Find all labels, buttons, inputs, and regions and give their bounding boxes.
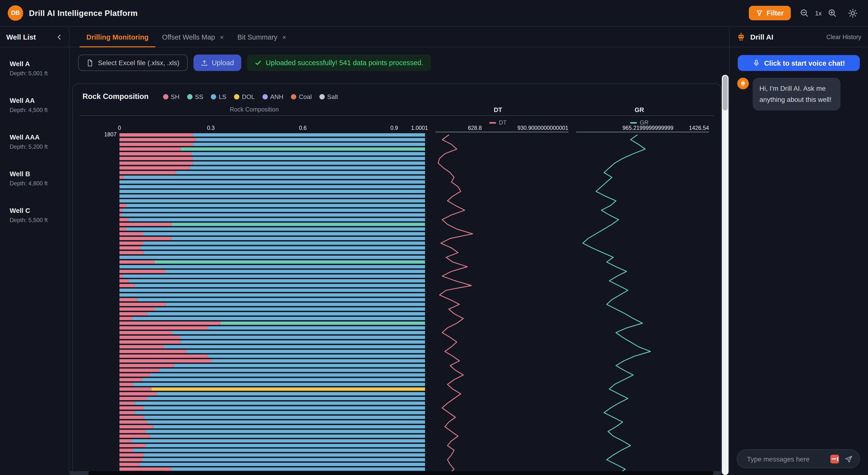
well-list-item[interactable]: Well AADepth: 4,500 ft (0, 91, 69, 120)
legend-item-salt[interactable]: Salt (319, 93, 338, 100)
rock-bar-segment-sh (119, 213, 121, 217)
tab-drilling-monitoring[interactable]: Drilling Monitoring (80, 27, 155, 47)
tab-close-icon[interactable]: × (282, 33, 286, 41)
rock-axis-tick: 0.9 (390, 125, 398, 131)
legend-item-coal[interactable]: Coal (291, 93, 312, 100)
dt-curve (438, 135, 473, 474)
upload-status-text: Uploaded successfully! 541 data points p… (266, 59, 423, 67)
vertical-scrollbar[interactable] (722, 75, 728, 475)
tab-label: Offset Wells Map (162, 33, 215, 41)
rock-bar-segment-sh (119, 209, 122, 212)
sun-icon (847, 8, 858, 18)
rock-bar-segment-ls (172, 237, 425, 240)
well-list-item[interactable]: Well CDepth: 5,500 ft (0, 201, 69, 230)
rock-bar-segment-ls (119, 185, 425, 188)
rock-bar-segment-ss (181, 147, 425, 151)
rock-bar-segment-sh (119, 444, 146, 447)
vertical-scrollbar-thumb[interactable] (723, 76, 727, 111)
dt-series-key[interactable]: DT (489, 119, 507, 126)
rock-axis-tick: 0 (118, 125, 121, 131)
well-list-item[interactable]: Well BDepth: 4,800 ft (0, 164, 69, 193)
rock-bar-segment-ls (133, 383, 425, 386)
well-log-plot: 00.30.60.91.0001628.8930.900000000000196… (73, 125, 721, 475)
rock-bar-segment-sh (119, 232, 143, 236)
legend-item-dol[interactable]: DOL (234, 93, 254, 100)
rock-bar-segment-sh (119, 355, 208, 358)
rock-bar-segment-ls (143, 232, 425, 236)
send-icon[interactable] (844, 454, 853, 463)
rock-bar-segment-ls (144, 251, 425, 255)
upload-button[interactable]: Upload (193, 55, 241, 71)
rock-bar-segment-sh (119, 143, 193, 146)
gr-series-key[interactable]: GR (630, 119, 648, 126)
depth-label: 1807 (104, 131, 117, 138)
rock-bar-segment-ls (150, 374, 425, 377)
tab-bit-summary[interactable]: Bit Summary× (230, 27, 293, 47)
filter-button-label: Filter (767, 9, 784, 17)
voice-chat-label: Click to start voice chat! (764, 59, 845, 67)
rock-bar-segment-ls (129, 218, 425, 221)
select-file-label: Select Excel file (.xlsx, .xls) (98, 59, 180, 67)
zoom-out-button[interactable] (797, 5, 812, 21)
check-icon (255, 59, 261, 66)
rock-bar-segment-ls (191, 152, 425, 155)
gr-axis-tick: 1426.54 (689, 125, 709, 131)
drill-ai-avatar (737, 78, 749, 89)
rock-bar-segment-ls (137, 298, 425, 301)
rock-bar-segment-sh (119, 439, 132, 443)
rock-bar-segment-sh (119, 138, 196, 142)
zoom-in-button[interactable] (825, 5, 840, 21)
legend-item-ss[interactable]: SS (187, 93, 204, 100)
horizontal-scrollbar-thumb[interactable] (88, 471, 714, 475)
tab-close-icon[interactable]: × (220, 33, 224, 41)
select-file-button[interactable]: Select Excel file (.xlsx, .xls) (78, 55, 188, 71)
rock-bar-segment-ls (146, 430, 425, 433)
legend-item-ls[interactable]: LS (211, 93, 226, 100)
chat-message-input[interactable] (746, 454, 825, 463)
rock-bar-segment-ls (180, 336, 425, 339)
rock-bar-segment-sh (119, 350, 186, 353)
extension-badge-icon[interactable] (830, 454, 839, 463)
app-title: Drill AI Intelligence Platform (29, 8, 138, 18)
drill-ai-panel: Drill AI Clear History Click to start vo… (729, 27, 868, 475)
app-logo: DB (8, 5, 23, 21)
rock-bar-segment-ls (165, 270, 425, 273)
well-list-item[interactable]: Well AAADepth: 5,200 ft (0, 127, 69, 156)
rock-bar-segment-sh (119, 242, 143, 245)
clear-history-button[interactable]: Clear History (827, 34, 862, 40)
collapse-chevron-left-icon[interactable] (56, 34, 63, 40)
rock-bar-segment-ls (208, 355, 425, 358)
horizontal-scrollbar[interactable] (70, 471, 721, 475)
rock-bar-segment-ls (132, 317, 425, 320)
rock-bar-segment-ls (155, 307, 425, 311)
rock-bar-segment-ls (147, 312, 425, 316)
voice-chat-button[interactable]: Click to start voice chat! (738, 55, 860, 71)
legend-dot (187, 94, 192, 99)
rock-bar-segment-ls (147, 397, 425, 400)
legend-item-sh[interactable]: SH (163, 93, 180, 100)
legend-item-anh[interactable]: ANH (262, 93, 283, 100)
rock-bar-segment-sh (119, 218, 129, 221)
rock-bar-segment-sh (119, 204, 126, 207)
well-depth: Depth: 4,800 ft (10, 180, 59, 187)
rock-bar-segment-ls (142, 378, 425, 381)
rock-bar-segment-ls (123, 176, 425, 179)
rock-bar-segment-sh (119, 331, 172, 334)
well-list-header: Well List (0, 27, 69, 47)
rock-bar-segment-sh (119, 364, 174, 367)
well-list-item[interactable]: Well ADepth: 5,001 ft (0, 54, 69, 83)
rock-bar-segment-ls (211, 359, 425, 362)
theme-toggle-button[interactable] (845, 5, 860, 21)
rock-bar-segment-ss (155, 261, 425, 264)
rock-bar-segment-sh (119, 274, 123, 278)
rock-bar-segment-ls (140, 463, 425, 466)
rock-bar-segment-ls (181, 340, 425, 344)
rock-bar-segment-ls (176, 171, 425, 174)
top-bar: DB Drill AI Intelligence Platform Filter… (0, 0, 868, 27)
filter-button[interactable]: Filter (749, 6, 791, 20)
rock-legend: SHSSLSDOLANHCoalSalt (163, 93, 338, 100)
tab-offset-wells-map[interactable]: Offset Wells Map× (155, 27, 230, 47)
rock-bar-segment-ls (190, 166, 425, 170)
robot-avatar-icon (740, 80, 746, 87)
rock-bar-segment-ls (143, 242, 425, 245)
